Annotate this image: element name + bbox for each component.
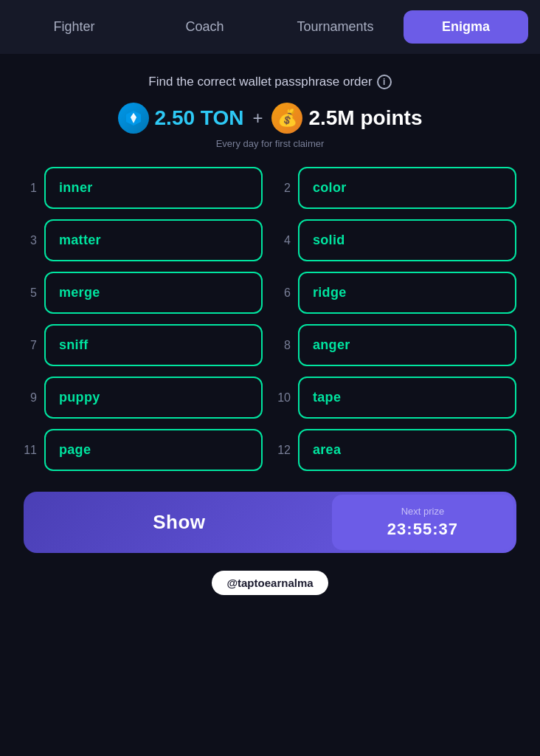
reward-row: 2.50 TON + 💰 2.5M points [118, 103, 423, 134]
word-cell-7: 7 sniff [24, 324, 263, 366]
word-box-9[interactable]: puppy [44, 377, 263, 419]
show-button[interactable]: Show [27, 495, 332, 550]
word-box-6[interactable]: ridge [298, 272, 516, 314]
coin-icon: 💰 [271, 103, 302, 134]
subtitle-row: Find the correct wallet passphrase order… [148, 75, 391, 89]
word-cell-11: 11 page [24, 429, 263, 471]
tab-tournaments[interactable]: Tournaments [273, 10, 398, 44]
ton-logo-icon [118, 103, 149, 134]
word-box-3[interactable]: matter [44, 219, 263, 261]
word-number-5: 5 [24, 286, 37, 300]
reward-subtext: Every day for first claimer [216, 138, 325, 149]
subtitle-text: Find the correct wallet passphrase order [148, 75, 372, 89]
ton-badge: 2.50 TON [118, 103, 244, 134]
word-grid: 1 inner 2 color 3 matter 4 solid 5 merge… [18, 167, 522, 471]
word-box-1[interactable]: inner [44, 167, 263, 209]
word-number-12: 12 [277, 444, 291, 457]
show-button-container: Show Next prize 23:55:37 [24, 492, 516, 553]
word-number-4: 4 [277, 234, 291, 247]
word-cell-8: 8 anger [277, 324, 516, 366]
footer-tag: @taptoearnalma [212, 571, 328, 595]
word-box-10[interactable]: tape [298, 377, 516, 419]
word-cell-9: 9 puppy [24, 377, 263, 419]
word-cell-4: 4 solid [277, 219, 516, 261]
word-cell-3: 3 matter [24, 219, 263, 261]
tab-coach[interactable]: Coach [142, 10, 267, 44]
word-number-2: 2 [277, 182, 291, 195]
word-number-10: 10 [277, 391, 291, 405]
word-number-9: 9 [24, 391, 37, 405]
main-content: Find the correct wallet passphrase order… [0, 54, 540, 610]
word-box-5[interactable]: merge [44, 272, 263, 314]
points-amount: 2.5M points [308, 106, 422, 130]
word-number-1: 1 [24, 182, 37, 195]
word-number-3: 3 [24, 234, 37, 247]
word-cell-12: 12 area [277, 429, 516, 471]
word-number-7: 7 [24, 339, 37, 352]
word-cell-6: 6 ridge [277, 272, 516, 314]
ton-amount: 2.50 TON [155, 106, 244, 130]
tab-fighter[interactable]: Fighter [12, 10, 136, 44]
plus-sign: + [252, 108, 263, 128]
word-cell-10: 10 tape [277, 377, 516, 419]
word-box-7[interactable]: sniff [44, 324, 263, 366]
tab-enigma[interactable]: Enigma [404, 10, 528, 44]
next-prize-timer: 23:55:37 [387, 520, 458, 539]
word-number-6: 6 [277, 286, 291, 300]
word-box-8[interactable]: anger [298, 324, 516, 366]
tab-bar: Fighter Coach Tournaments Enigma [0, 0, 540, 54]
next-prize-label: Next prize [401, 506, 445, 517]
word-cell-5: 5 merge [24, 272, 263, 314]
word-number-8: 8 [277, 339, 291, 352]
show-button-row: Show Next prize 23:55:37 [18, 492, 522, 553]
word-box-4[interactable]: solid [298, 219, 516, 261]
word-cell-2: 2 color [277, 167, 516, 209]
word-box-2[interactable]: color [298, 167, 516, 209]
word-cell-1: 1 inner [24, 167, 263, 209]
next-prize-box: Next prize 23:55:37 [332, 495, 513, 550]
info-icon[interactable]: i [377, 75, 392, 89]
word-box-11[interactable]: page [44, 429, 263, 471]
word-box-12[interactable]: area [298, 429, 516, 471]
word-number-11: 11 [24, 444, 37, 457]
points-badge: 💰 2.5M points [271, 103, 422, 134]
